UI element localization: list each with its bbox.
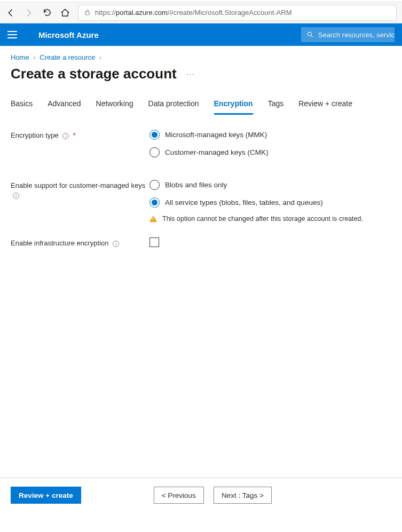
- menu-button[interactable]: [7, 31, 17, 38]
- radio-label: Customer-managed keys (CMK): [165, 148, 269, 156]
- tab-data-protection[interactable]: Data protection: [148, 99, 199, 114]
- svg-rect-0: [85, 12, 90, 14]
- tab-networking[interactable]: Networking: [96, 99, 133, 114]
- forward-button: [23, 7, 34, 18]
- breadcrumb: Home › Create a resource ›: [11, 53, 391, 61]
- radio-mmk[interactable]: Microsoft-managed keys (MMK): [149, 130, 391, 140]
- radio-indicator: [149, 197, 160, 208]
- breadcrumb-create-resource[interactable]: Create a resource: [40, 53, 95, 61]
- chevron-right-icon: ›: [33, 53, 35, 61]
- info-icon[interactable]: i: [62, 133, 69, 139]
- tab-basics[interactable]: Basics: [11, 99, 33, 114]
- previous-button[interactable]: < Previous: [154, 487, 204, 504]
- radio-cmk[interactable]: Customer-managed keys (CMK): [149, 147, 391, 157]
- info-icon[interactable]: i: [13, 193, 19, 199]
- infra-encryption-label: Enable infrastructure encryption i: [11, 237, 149, 248]
- review-create-button[interactable]: Review + create: [11, 487, 81, 504]
- breadcrumb-home[interactable]: Home: [11, 53, 29, 61]
- info-icon[interactable]: i: [113, 241, 119, 247]
- radio-indicator: [149, 180, 160, 190]
- tab-bar: Basics Advanced Networking Data protecti…: [11, 99, 391, 115]
- home-button[interactable]: [60, 7, 70, 18]
- tab-review-create[interactable]: Review + create: [298, 99, 352, 114]
- radio-label: Microsoft-managed keys (MMK): [165, 131, 267, 139]
- radio-blobs-files-only[interactable]: Blobs and files only: [149, 180, 391, 190]
- back-button[interactable]: [5, 7, 16, 18]
- refresh-button[interactable]: [42, 7, 52, 18]
- url-text: https://portal.azure.com/#create/Microso…: [95, 9, 292, 17]
- browser-toolbar: https://portal.azure.com/#create/Microso…: [0, 2, 402, 23]
- cmk-support-label: Enable support for customer-managed keys…: [11, 180, 149, 200]
- tab-tags[interactable]: Tags: [268, 99, 284, 114]
- svg-point-1: [308, 32, 311, 36]
- azure-header: Microsoft Azure Search resources, servic…: [0, 23, 402, 46]
- radio-label: Blobs and files only: [165, 181, 227, 189]
- cmk-change-warning: This option cannot be changed after this…: [149, 215, 391, 223]
- address-bar[interactable]: https://portal.azure.com/#create/Microso…: [78, 5, 397, 21]
- required-indicator: *: [73, 131, 76, 139]
- global-search[interactable]: Search resources, services, and docs: [301, 27, 395, 42]
- lock-icon: [84, 9, 91, 16]
- infra-encryption-checkbox[interactable]: [149, 237, 159, 247]
- brand-label: Microsoft Azure: [38, 30, 99, 39]
- page-title: Create a storage account: [11, 66, 177, 82]
- wizard-footer: Review + create < Previous Next : Tags >: [0, 478, 402, 518]
- radio-all-service-types[interactable]: All service types (blobs, files, tables,…: [149, 197, 391, 208]
- encryption-type-label: Encryption type i *: [11, 130, 149, 140]
- tab-encryption[interactable]: Encryption: [214, 99, 253, 115]
- warning-text: This option cannot be changed after this…: [162, 215, 363, 223]
- more-actions-button[interactable]: ···: [186, 70, 195, 78]
- radio-indicator: [149, 147, 160, 157]
- radio-indicator: [149, 130, 160, 140]
- warning-icon: [149, 216, 157, 222]
- next-button[interactable]: Next : Tags >: [214, 487, 272, 504]
- search-icon: [306, 31, 314, 38]
- chevron-right-icon: ›: [99, 53, 101, 61]
- radio-label: All service types (blobs, files, tables,…: [165, 198, 323, 207]
- search-placeholder: Search resources, services, and docs: [318, 31, 395, 39]
- tab-advanced[interactable]: Advanced: [48, 99, 81, 114]
